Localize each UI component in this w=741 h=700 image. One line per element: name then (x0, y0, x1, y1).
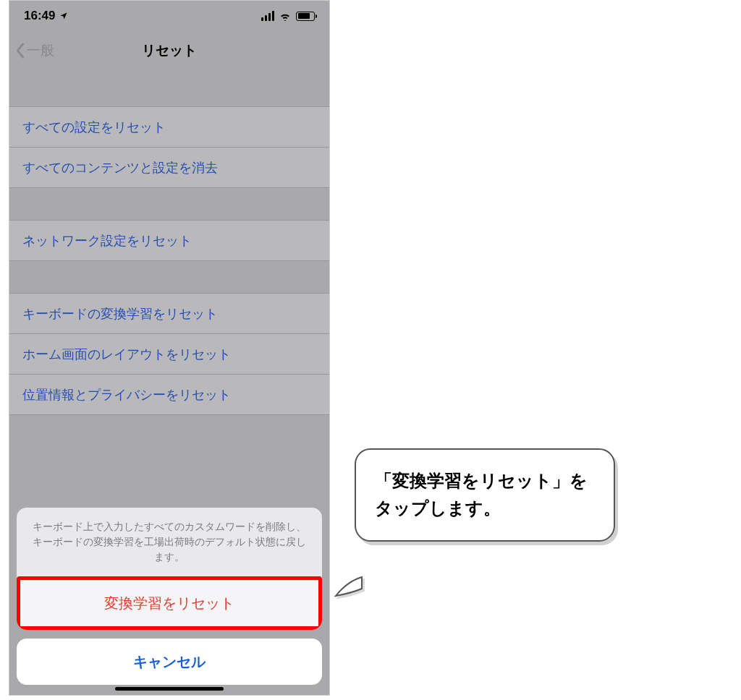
home-indicator[interactable] (115, 687, 224, 691)
nav-bar: 一般 リセット (9, 31, 329, 70)
phone-screen: 16:49 一般 リセット すべての設定をリセット (9, 0, 330, 696)
location-icon (59, 12, 68, 20)
row-reset-keyboard[interactable]: キーボードの変換学習をリセット (9, 293, 329, 333)
group-reset-other: キーボードの変換学習をリセット ホーム画面のレイアウトをリセット 位置情報とプラ… (9, 293, 329, 415)
cellular-icon (261, 11, 274, 21)
reset-keyboard-dictionary-button[interactable]: 変換学習をリセット (20, 580, 318, 626)
instruction-callout: 「変換学習をリセット」をタップします。 (355, 448, 615, 542)
action-sheet-message: キーボード上で入力したすべてのカスタムワードを削除し、キーボードの変換学習を工場… (17, 508, 322, 576)
page-title: リセット (9, 41, 329, 60)
action-sheet: キーボード上で入力したすべてのカスタムワードを削除し、キーボードの変換学習を工場… (17, 508, 322, 685)
battery-icon (296, 12, 315, 21)
callout-text: 「変換学習をリセット」をタップします。 (375, 471, 588, 518)
row-reset-home-layout[interactable]: ホーム画面のレイアウトをリセット (9, 333, 329, 374)
callout-tail (334, 571, 363, 600)
cancel-button[interactable]: キャンセル (17, 639, 322, 685)
group-reset-network: ネットワーク設定をリセット (9, 220, 329, 261)
row-reset-location-privacy[interactable]: 位置情報とプライバシーをリセット (9, 374, 329, 414)
annotation-highlight: 変換学習をリセット (17, 576, 322, 630)
wifi-icon (279, 11, 292, 21)
status-time: 16:49 (24, 9, 55, 23)
row-reset-all-settings[interactable]: すべての設定をリセット (9, 106, 329, 147)
row-reset-network[interactable]: ネットワーク設定をリセット (9, 220, 329, 260)
group-reset-main: すべての設定をリセット すべてのコンテンツと設定を消去 (9, 106, 329, 188)
status-bar: 16:49 (9, 1, 329, 31)
row-erase-all[interactable]: すべてのコンテンツと設定を消去 (9, 147, 329, 187)
